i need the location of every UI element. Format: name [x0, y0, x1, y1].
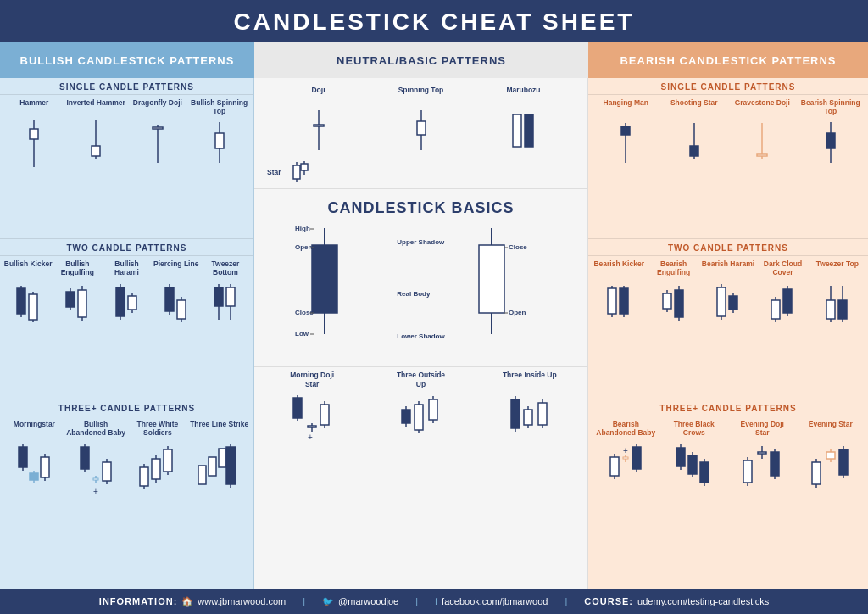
pattern-three-line-strike-label: Three Line Strike	[190, 420, 248, 438]
svg-rect-179	[610, 457, 619, 476]
svg-rect-189	[676, 448, 685, 466]
pattern-doji-label: Doji	[311, 86, 325, 104]
pattern-three-outside-up: Three Outside Up	[391, 371, 450, 444]
svg-rect-155	[663, 293, 671, 309]
bearish-kicker-candle	[605, 282, 632, 324]
pattern-shooting-star-label: Shooting Star	[670, 98, 718, 117]
pattern-tweezer-top: Tweezer Top	[810, 260, 865, 324]
pattern-inverted-hammer-label: Inverted Hammer	[66, 98, 125, 117]
svg-rect-13	[17, 288, 25, 314]
bullish-three-label: THREE+ CANDLE PATTERNS	[0, 399, 253, 416]
pattern-three-inside-up: Three Inside Up	[500, 371, 559, 444]
pattern-evening-star: Evening Star	[801, 420, 860, 493]
bearish-three-label: THREE+ CANDLE PATTERNS	[588, 399, 868, 416]
pattern-spinning-top: Spinning Top	[392, 86, 451, 154]
pattern-bearish-engulfing-label: Bearish Engulfing	[646, 260, 700, 278]
candlestick-basics-section: CANDLESTICK BASICS High	[254, 189, 587, 367]
pattern-morning-doji-star: Morning Doji Star +	[282, 371, 342, 444]
svg-rect-19	[66, 292, 75, 307]
footer-divider-3: |	[565, 596, 567, 606]
facebook-page: facebook.com/jbmarwood	[442, 596, 548, 606]
pattern-bullish-spinning-top: Bullish Spinning Top	[190, 98, 249, 167]
twitter-handle: @marwoodjoe	[338, 596, 398, 606]
bearish-engulfing-candle	[660, 282, 687, 324]
content-area: SINGLE CANDLE PATTERNS Hammer Inverted H…	[0, 78, 868, 589]
neutral-top-section: Doji Spinning Top	[254, 78, 587, 189]
pattern-bullish-kicker-label: Bullish Kicker	[4, 260, 53, 278]
pattern-three-line-strike: Three Line Strike	[190, 420, 249, 493]
svg-rect-80	[417, 121, 426, 135]
marubozu-candle	[510, 108, 537, 154]
footer: INFORMATION: 🏠 www.jbmarwood.com | 🐦 @ma…	[0, 589, 868, 614]
bearish-harami-candle	[715, 282, 742, 324]
bearish-spinning-top-candle	[823, 120, 838, 167]
svg-text:Open: Open	[295, 243, 313, 251]
svg-rect-88	[301, 164, 308, 170]
pattern-bearish-kicker-label: Bearish Kicker	[593, 260, 644, 278]
svg-rect-113	[308, 426, 316, 427]
svg-rect-137	[621, 126, 630, 135]
home-icon: 🏠	[181, 596, 193, 607]
svg-rect-102	[479, 245, 504, 313]
pattern-three-black-crows: Three Black Crows	[665, 420, 724, 493]
pattern-bearish-harami-label: Bearish Harami	[702, 260, 754, 278]
svg-rect-170	[783, 289, 792, 313]
pattern-marubozu: Marubozu	[494, 86, 554, 154]
pattern-bullish-spinning-top-label: Bullish Spinning Top	[190, 98, 249, 117]
svg-rect-122	[415, 405, 423, 430]
pattern-bullish-engulfing-label: Bullish Engulfing	[53, 260, 102, 278]
svg-rect-1	[30, 129, 38, 139]
pattern-bullish-harami-label: Bullish Harami	[102, 260, 151, 278]
bullish-three-section: THREE+ CANDLE PATTERNS Morningstar	[0, 399, 253, 589]
svg-rect-204	[771, 452, 779, 476]
pattern-dragonfly-doji: Dragonfly Doji	[128, 98, 187, 167]
doji-candle	[311, 108, 326, 154]
pattern-morning-doji-star-label: Morning Doji Star	[282, 371, 342, 389]
svg-rect-65	[152, 459, 160, 479]
bullish-kicker-candle	[14, 282, 42, 324]
pattern-shooting-star: Shooting Star	[665, 98, 724, 167]
svg-rect-143	[757, 154, 767, 156]
bearish-two-label: TWO CANDLE PATTERNS	[588, 239, 868, 256]
bullish-harami-candle	[114, 282, 141, 324]
svg-rect-176	[838, 300, 847, 319]
hammer-candle	[26, 120, 42, 167]
svg-rect-210	[826, 452, 835, 459]
neutral-header: NEUTRAL/BASIC PATTERNS	[254, 42, 588, 78]
gravestone-doji-candle	[754, 120, 770, 167]
svg-rect-207	[812, 462, 821, 484]
bullish-two-section: TWO CANDLE PATTERNS Bullish Kicker	[0, 239, 253, 400]
svg-rect-85	[293, 165, 300, 179]
svg-rect-43	[19, 447, 27, 467]
bullish-engulfing-candle	[64, 282, 91, 324]
pattern-hammer: Hammer	[4, 98, 64, 167]
pattern-hammer-label: Hammer	[19, 98, 48, 117]
svg-rect-164	[729, 296, 737, 310]
bearish-two-patterns: Bearish Kicker Bearish Engulfing	[588, 256, 868, 327]
pattern-marubozu-label: Marubozu	[506, 86, 540, 104]
basics-middle-labels: Upper Shadow Real Body Lower Shadow	[397, 230, 444, 340]
pattern-gravestone-doji-label: Gravestone Doji	[735, 98, 790, 117]
three-white-soldiers-candle	[137, 442, 178, 493]
svg-text:+: +	[623, 446, 628, 455]
pattern-inverted-hammer: Inverted Hammer	[66, 98, 125, 167]
svg-rect-152	[620, 288, 628, 314]
svg-rect-173	[826, 300, 835, 319]
footer-info: INFORMATION: 🏠 www.jbmarwood.com	[99, 596, 286, 607]
svg-rect-68	[164, 449, 172, 472]
pattern-bearish-engulfing: Bearish Engulfing	[646, 260, 700, 324]
svg-rect-4	[92, 146, 100, 156]
pattern-bullish-harami: Bullish Harami	[102, 260, 151, 324]
svg-rect-10	[215, 133, 224, 148]
star-label: Star	[267, 168, 288, 176]
bullish-single-section: SINGLE CANDLE PATTERNS Hammer Inverted H…	[0, 78, 253, 239]
pattern-dark-cloud-cover: Dark Cloud Cover	[755, 260, 810, 324]
footer-course: COURSE: udemy.com/testing-candlesticks	[584, 596, 769, 606]
evening-star-candle	[809, 442, 853, 493]
main-container: CANDLESTICK CHEAT SHEET BULLISH CANDLEST…	[0, 0, 868, 614]
svg-rect-186	[632, 447, 641, 469]
bearish-single-patterns: Hanging Man Shooting Star	[588, 95, 868, 170]
pattern-bearish-abandoned-baby: Bearish Abandoned Baby +	[596, 420, 655, 497]
pattern-bearish-harami: Bearish Harami	[701, 260, 755, 324]
svg-rect-71	[209, 457, 216, 476]
